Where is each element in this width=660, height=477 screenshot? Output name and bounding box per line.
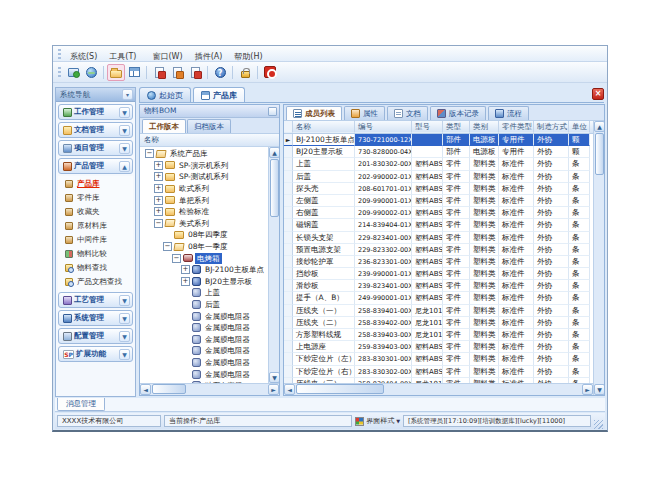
tree-expander-minus-icon[interactable]: − [154,219,163,228]
table-cell[interactable]: 标准件 [499,341,534,353]
table-cell[interactable]: 外协 [534,183,569,195]
sidebar-section-项目管理[interactable]: 项目管理▼ [58,140,133,156]
table-cell[interactable]: 提手（A、B） [293,292,355,304]
sidebar-item-产品文档查找[interactable]: 产品文档查找 [58,275,133,289]
table-cell[interactable]: 塑料ABS [412,353,443,365]
sidebar-item-收藏夹[interactable]: 收藏夹 [58,205,133,219]
table-cell[interactable]: 塑料ABS [412,256,443,268]
table-cell[interactable]: 条 [569,268,590,280]
table-cell[interactable]: 方形塑料线规 [293,329,355,341]
chevron-down-icon[interactable]: ▼ [119,331,130,342]
table-cell[interactable]: 专用件 [499,134,534,146]
table-cell[interactable]: 零件 [443,219,470,231]
table-cell[interactable]: 标准件 [499,171,534,183]
table-cell[interactable]: 外协 [534,244,569,256]
table-cell[interactable]: 零件 [443,329,470,341]
help-button[interactable]: ? [211,64,229,81]
tree-expander-plus-icon[interactable]: + [181,277,190,286]
table-row[interactable]: 后盖202-990002-01X塑料ABS零件塑料类标准件外协条 [284,171,593,183]
table-cell[interactable]: 条 [569,280,590,292]
chevron-down-icon[interactable]: ▼ [119,313,130,324]
tree-node[interactable]: +欧式系列 [140,183,268,195]
scroll-up-icon[interactable]: ▲ [594,121,604,132]
table-cell[interactable]: 颗 [569,134,590,146]
scroll-right-icon[interactable]: ► [268,384,279,395]
table-row[interactable]: 预置电源支架229-823302-00X塑料ABS零件塑料类标准件外协条 [284,244,593,256]
table-cell[interactable]: 尼龙1010 [412,305,443,317]
table-vertical-scrollbar[interactable]: ▲ ▼ [593,121,604,395]
table-cell[interactable]: 颗 [569,146,590,158]
table-row[interactable]: 左侧盖209-990001-01X塑料ABS零件塑料类标准件外协条 [284,195,593,207]
table-cell[interactable]: 塑料类 [470,317,499,329]
tree-column-header[interactable]: 名称 [140,134,279,147]
column-header-型号[interactable]: 型号 [412,121,443,133]
table-cell[interactable]: 外协 [534,305,569,317]
tree-expander-plus-icon[interactable]: + [154,161,163,170]
tree-vertical-scrollbar[interactable]: ▲ ▼ [268,147,279,383]
tree-node[interactable]: 金属膜电阻器 [140,368,268,380]
pin-icon[interactable] [268,107,277,116]
table-cell[interactable]: 塑料ABS [412,171,443,183]
tree-node[interactable]: −系统产品库 [140,148,268,160]
table-cell[interactable]: 外协 [534,158,569,170]
table-cell[interactable]: BJ-2100主板单点 [293,134,355,146]
tab-文档[interactable]: 文档 [387,106,428,120]
tree-expander-plus-icon[interactable]: + [154,184,163,193]
table-cell[interactable]: 塑料类 [470,305,499,317]
table-cell[interactable]: 283-830301-00X [355,353,412,365]
tab-产品库[interactable]: 产品库 [193,87,245,102]
table-cell[interactable]: 标准件 [499,353,534,365]
table-cell[interactable]: 标准件 [499,183,534,195]
table-cell[interactable]: 外协 [534,219,569,231]
table-row[interactable]: 滑纱板239-823401-00X塑料ABS零件塑料类标准件外协条 [284,280,593,292]
tree-node[interactable]: +BJ-2100主板单点 [140,264,268,276]
tree-node[interactable]: 金属膜电阻器 [140,310,268,322]
table-cell[interactable]: 零件 [443,317,470,329]
globe-button[interactable] [82,64,100,81]
table-cell[interactable]: 左侧盖 [293,195,355,207]
table-row[interactable]: 长锁头支架229-823401-00X塑料ABS零件塑料类标准件外协条 [284,232,593,244]
table-cell[interactable]: 条 [569,171,590,183]
table-cell[interactable]: 条 [569,256,590,268]
table-cell[interactable]: 零件 [443,195,470,207]
table-cell[interactable]: 塑料类 [470,232,499,244]
sidebar-section-工作管理[interactable]: 工作管理▼ [58,104,133,120]
table-cell[interactable]: 条 [569,219,590,231]
table-cell[interactable]: 塑料ABS [412,366,443,378]
table-cell[interactable]: 外协 [534,195,569,207]
tree-node[interactable]: −美式系列 [140,218,268,230]
table-cell[interactable]: 塑料ABS [412,280,443,292]
chevron-down-icon[interactable]: ▼ [119,349,130,360]
table-cell[interactable]: 条 [569,232,590,244]
column-header-制造方式[interactable]: 制造方式 [534,121,569,133]
tree-vscroll-thumb[interactable] [270,159,279,217]
table-cell[interactable]: 塑料类 [470,244,499,256]
sidebar-section-工艺管理[interactable]: 工艺管理▼ [58,292,133,308]
tree-expander-plus-icon[interactable]: + [154,207,163,216]
tree-expander-minus-icon[interactable]: − [172,254,181,263]
table-cell[interactable]: 标准件 [499,244,534,256]
table-cell[interactable]: 标准件 [499,207,534,219]
table-cell[interactable]: 磁钢盖 [293,219,355,231]
tab-流程[interactable]: 流程 [488,106,529,120]
table-cell[interactable]: 塑料ABS [412,341,443,353]
panel-menu-button[interactable]: ▾ [122,89,133,100]
table-cell[interactable]: 电源板 [470,134,499,146]
table-row[interactable]: 压线夹（一）258-839401-00X尼龙1010零件塑料类标准件外协条 [284,305,593,317]
table-cell[interactable]: 标准件 [499,280,534,292]
table-cell[interactable]: 外协 [534,134,569,146]
table-row[interactable]: 挡纱板239-990001-01X塑料ABS零件塑料类标准件外协条 [284,268,593,280]
table-cell[interactable]: 塑料类 [470,256,499,268]
table-cell[interactable]: 零件 [443,341,470,353]
table-cell[interactable]: 塑料类 [470,341,499,353]
table-cell[interactable]: 229-823302-00X [355,244,412,256]
table-cell[interactable]: 条 [569,207,590,219]
table-cell[interactable]: 258-839403-00X [355,329,412,341]
tree-node[interactable]: 后盖 [140,299,268,311]
tab-message-manager[interactable]: 消息管理 [57,398,105,411]
sidebar-item-物料比较[interactable]: 物料比较 [58,247,133,261]
table-cell[interactable]: 压线夹（二） [293,317,355,329]
table-cell[interactable]: 零件 [443,280,470,292]
column-header-编号[interactable]: 编号 [355,121,412,133]
menu-item-3[interactable]: 窗口(W) [146,52,188,61]
